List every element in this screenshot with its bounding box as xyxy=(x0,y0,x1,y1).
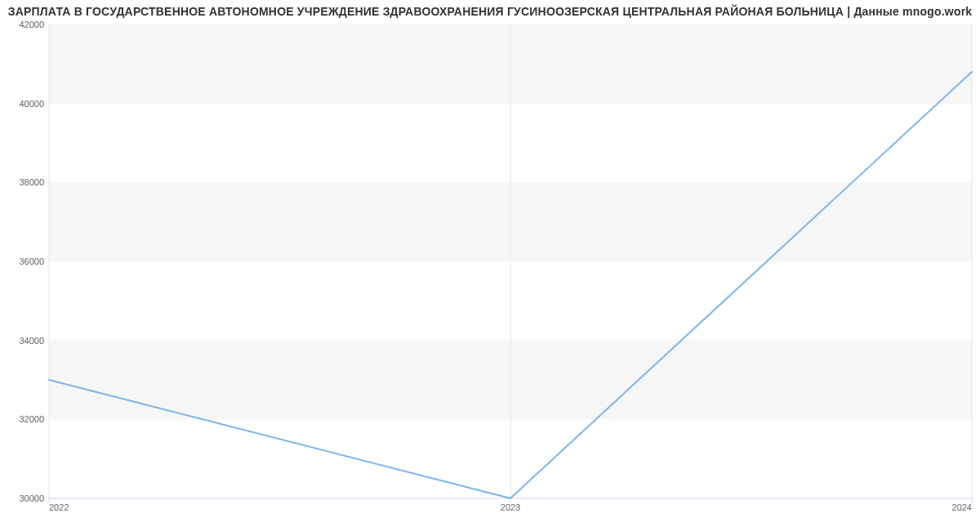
x-tick-label: 2022 xyxy=(49,502,69,512)
y-tick-label: 40000 xyxy=(19,99,44,109)
chart-svg xyxy=(49,25,972,498)
y-tick-label: 36000 xyxy=(19,257,44,266)
y-tick-label: 34000 xyxy=(19,336,44,346)
y-tick-label: 42000 xyxy=(19,20,44,29)
x-tick-label: 2023 xyxy=(501,502,520,512)
plot-area xyxy=(49,25,972,498)
chart-container: ЗАРПЛАТА В ГОСУДАРСТВЕННОЕ АВТОНОМНОЕ УЧ… xyxy=(0,0,980,531)
x-tick-label: 2024 xyxy=(952,502,972,512)
y-tick-label: 30000 xyxy=(19,493,44,503)
y-tick-label: 32000 xyxy=(19,414,44,424)
chart-title: ЗАРПЛАТА В ГОСУДАРСТВЕННОЕ АВТОНОМНОЕ УЧ… xyxy=(0,5,980,18)
y-tick-label: 38000 xyxy=(19,177,44,187)
